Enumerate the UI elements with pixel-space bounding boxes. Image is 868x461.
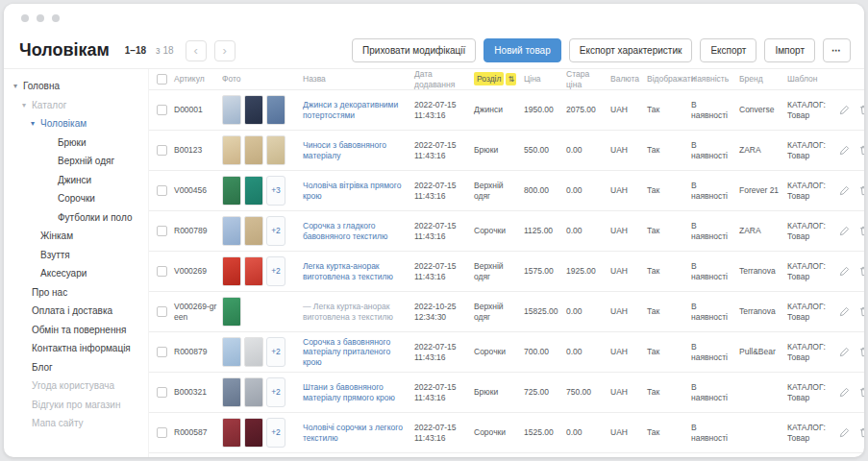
product-photo[interactable] <box>244 95 263 125</box>
delete-button[interactable] <box>858 105 864 115</box>
sidebar-item[interactable]: Контактна інформація <box>4 339 148 358</box>
product-photo[interactable] <box>244 176 263 206</box>
sidebar-item[interactable]: Джинси <box>4 171 148 190</box>
product-name-link[interactable]: Легка куртка-анорак виготовлена з тексти… <box>303 261 393 281</box>
column-header-section[interactable]: Розділ⇅ <box>474 74 524 85</box>
sidebar-item[interactable]: ▾Головна <box>4 77 148 96</box>
sidebar-item[interactable]: Про нас <box>4 283 148 303</box>
column-header-date[interactable]: Дата додавання <box>414 69 474 89</box>
column-header-photo[interactable]: Фото <box>222 74 303 85</box>
product-photo[interactable] <box>222 297 241 327</box>
edit-button[interactable] <box>839 306 850 317</box>
sidebar-item[interactable]: Взуття <box>4 246 148 265</box>
sidebar-item[interactable]: Обмін та повернення <box>4 321 148 340</box>
product-name-link[interactable]: Сорочка з бавовняного матеріалу притален… <box>303 337 390 367</box>
sidebar-item[interactable]: ▾Чоловікам <box>4 114 148 133</box>
row-checkbox[interactable] <box>157 427 167 438</box>
product-photo[interactable] <box>222 135 241 165</box>
edit-button[interactable] <box>839 105 850 115</box>
delete-button[interactable] <box>858 185 864 196</box>
delete-button[interactable] <box>858 347 864 357</box>
more-actions-button[interactable]: ⋯ <box>823 38 851 62</box>
column-header-tpl[interactable]: Шаблон <box>787 74 839 85</box>
product-photo[interactable] <box>244 135 263 165</box>
product-photo[interactable] <box>266 135 285 165</box>
product-photo[interactable] <box>244 337 263 367</box>
sidebar-item[interactable]: Аксесуари <box>4 264 148 283</box>
edit-button[interactable] <box>839 387 850 398</box>
row-checkbox[interactable] <box>157 266 167 277</box>
row-checkbox[interactable] <box>157 306 167 317</box>
more-photos-badge[interactable]: +2 <box>266 377 285 407</box>
product-photo[interactable] <box>244 418 263 448</box>
column-header-name[interactable]: Назва <box>303 74 414 85</box>
product-photo[interactable] <box>222 176 241 206</box>
traffic-light-minimize-icon[interactable] <box>37 14 44 22</box>
sidebar-item[interactable]: Угода користувача <box>4 376 148 396</box>
row-checkbox[interactable] <box>157 347 167 357</box>
sidebar-item[interactable]: Сорочки <box>4 189 148 208</box>
sidebar-item[interactable]: Жінкам <box>4 227 148 246</box>
product-photo[interactable] <box>266 95 285 125</box>
traffic-light-maximize-icon[interactable] <box>52 14 60 22</box>
row-checkbox[interactable] <box>157 145 167 156</box>
next-page-button[interactable]: › <box>214 40 236 61</box>
row-checkbox[interactable] <box>157 185 167 196</box>
sidebar-item[interactable]: ▾Каталог <box>4 96 148 115</box>
delete-button[interactable] <box>858 145 864 156</box>
traffic-light-close-icon[interactable] <box>21 14 29 22</box>
product-photo[interactable] <box>222 418 241 448</box>
sidebar-item[interactable]: Футболки и поло <box>4 208 148 228</box>
row-checkbox[interactable] <box>157 387 167 398</box>
product-name-link[interactable]: Джинси з декоративними потертостями <box>303 100 398 120</box>
product-name-link[interactable]: — Легка куртка-анорак виготовлена з текс… <box>303 302 393 322</box>
product-photo[interactable] <box>244 256 263 286</box>
export-button[interactable]: Експорт <box>700 38 756 62</box>
product-name-link[interactable]: Чоловічі сорочки з легкого текстилю <box>303 423 403 443</box>
import-button[interactable]: Імпорт <box>764 38 815 62</box>
export-characteristics-button[interactable]: Експорт характеристик <box>569 38 693 62</box>
product-photo[interactable] <box>222 256 241 286</box>
sidebar-item[interactable]: Блог <box>4 358 148 377</box>
more-photos-badge[interactable]: +2 <box>266 337 285 367</box>
column-header-brand[interactable]: Бренд <box>739 74 787 85</box>
delete-button[interactable] <box>858 226 864 236</box>
prev-page-button[interactable]: ‹ <box>186 40 207 61</box>
product-photo[interactable] <box>222 216 241 246</box>
column-header-avail[interactable]: Наявність <box>691 74 739 85</box>
row-checkbox[interactable] <box>157 226 167 236</box>
product-photo[interactable] <box>222 377 241 407</box>
column-header-old[interactable]: Стара ціна <box>566 69 610 89</box>
sort-icon[interactable]: ⇅ <box>506 73 516 85</box>
column-header-price[interactable]: Ціна <box>524 74 566 85</box>
sidebar-item[interactable]: Брюки <box>4 133 148 153</box>
column-header-disp[interactable]: Відображати <box>647 74 691 85</box>
delete-button[interactable] <box>858 306 864 317</box>
product-photo[interactable] <box>222 337 241 367</box>
select-all-checkbox[interactable] <box>157 74 167 85</box>
product-name-link[interactable]: Чоловіча вітрівка прямого крою <box>303 181 401 201</box>
column-header-cur[interactable]: Валюта <box>610 74 647 85</box>
delete-button[interactable] <box>858 427 864 438</box>
product-photo[interactable] <box>244 377 263 407</box>
hide-modifications-button[interactable]: Приховати модифікації <box>352 38 476 62</box>
delete-button[interactable] <box>858 387 864 398</box>
product-name-link[interactable]: Сорочка з гладкого бавовняного текстилю <box>303 221 387 241</box>
more-photos-badge[interactable]: +3 <box>266 176 285 206</box>
more-photos-badge[interactable]: +2 <box>266 418 285 448</box>
edit-button[interactable] <box>839 145 850 156</box>
column-header-sku[interactable]: Артикул <box>174 74 222 85</box>
more-photos-badge[interactable]: +2 <box>266 256 285 286</box>
product-photo[interactable] <box>244 216 263 246</box>
edit-button[interactable] <box>839 226 850 236</box>
sidebar-item[interactable]: Мапа сайту <box>4 414 148 433</box>
edit-button[interactable] <box>839 185 850 196</box>
edit-button[interactable] <box>839 427 850 438</box>
more-photos-badge[interactable]: +2 <box>266 216 285 246</box>
edit-button[interactable] <box>839 266 850 277</box>
row-checkbox[interactable] <box>157 105 167 115</box>
sidebar-item[interactable]: Верхній одяг <box>4 152 148 171</box>
product-name-link[interactable]: Чиноси з бавовняного матеріалу <box>303 140 386 160</box>
product-photo[interactable] <box>222 95 241 125</box>
sidebar-item[interactable]: Оплата і доставка <box>4 302 148 321</box>
